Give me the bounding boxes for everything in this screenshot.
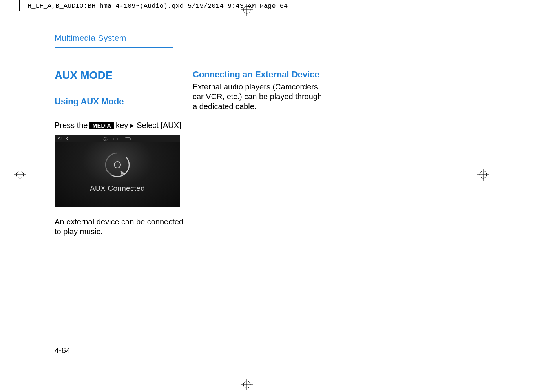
screenshot-status: AUX Connected <box>55 184 180 193</box>
disc-icon <box>104 151 131 179</box>
svg-rect-16 <box>131 139 131 140</box>
body-text: An external device can be connected to p… <box>55 217 188 237</box>
section-header: Multimedia System <box>55 33 484 44</box>
registration-mark-icon <box>241 379 253 390</box>
divider-accent <box>55 47 173 48</box>
disc-small-icon <box>103 137 108 141</box>
body-text: External audio players (Camcorders, car … <box>193 82 326 111</box>
aux-label: AUX <box>58 136 69 142</box>
instruction-text: Press the <box>55 121 88 130</box>
column-right: Connecting an External Device External a… <box>193 69 326 111</box>
subheading: Using AUX Mode <box>55 97 188 107</box>
crop-mark <box>0 366 12 366</box>
triangle-icon: ▶ <box>130 122 134 128</box>
screenshot-icons <box>103 137 132 141</box>
crop-mark <box>491 27 502 27</box>
instruction-text: Select [AUX] <box>137 121 181 130</box>
media-key-badge: MEDIA <box>89 122 114 129</box>
main-heading: AUX MODE <box>55 69 188 82</box>
svg-point-19 <box>114 162 120 168</box>
svg-point-13 <box>105 139 106 139</box>
svg-point-18 <box>104 151 131 179</box>
instruction-text: key <box>116 121 128 130</box>
column-left: AUX MODE Using AUX Mode Press the MEDIA … <box>55 69 188 237</box>
crop-mark <box>491 366 502 366</box>
usb-icon <box>113 137 119 141</box>
section-title: Multimedia System <box>55 33 484 44</box>
screenshot-topbar: AUX <box>55 135 180 142</box>
subheading: Connecting an External Device <box>193 69 326 80</box>
crop-mark <box>19 0 20 11</box>
battery-icon <box>125 137 132 141</box>
print-slug: H_LF_A,B_AUDIO:BH hma 4-109~(Audio).qxd … <box>27 2 288 10</box>
aux-screenshot: AUX AUX Connected <box>55 135 180 207</box>
crop-mark <box>0 27 12 27</box>
svg-point-14 <box>113 139 114 140</box>
svg-rect-15 <box>125 138 130 140</box>
instruction-line: Press the MEDIA key ▶ Select [AUX] <box>55 121 188 130</box>
crop-mark <box>484 0 484 11</box>
page-content: Multimedia System AUX MODE Using AUX Mod… <box>19 27 484 366</box>
svg-point-17 <box>104 151 131 179</box>
page-number: 4-64 <box>55 346 70 355</box>
